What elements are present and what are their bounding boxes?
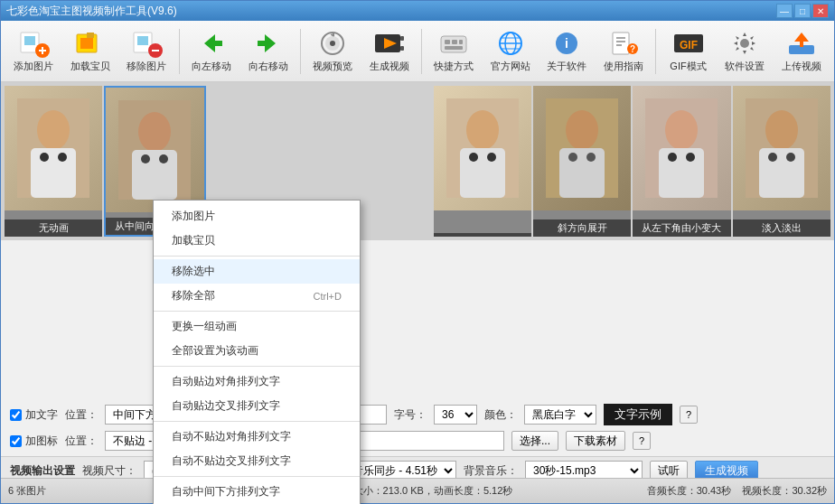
ctx-auto-noborder-diagonal[interactable]: 自动不贴边对角排列文字 [154,425,360,449]
toolbar-official-site[interactable]: 官方网站 [483,25,539,78]
ctx-auto-center-bottom[interactable]: 自动中间下方排列文字 [154,480,360,504]
add-text-label: 加文字 [25,407,58,423]
ctx-remove-selected[interactable]: 移除选中 [154,259,360,284]
gif-mode-label: GIF模式 [670,60,706,73]
svg-rect-28 [459,40,463,44]
settings-label: 软件设置 [725,60,765,73]
icon-position-label: 位置： [65,434,98,449]
add-icon-checkbox[interactable] [10,435,22,447]
svg-point-75 [765,110,798,150]
toolbar-settings[interactable]: 软件设置 [718,25,773,78]
svg-rect-7 [87,33,94,38]
add-image-icon [17,29,50,58]
remove-icon [130,29,163,58]
toolbar-about[interactable]: i 关于软件 [539,25,595,78]
image-item-5[interactable]: 从左下角由小变大 [633,86,730,237]
add-text-checkbox-label[interactable]: 加文字 [10,407,58,423]
svg-point-73 [686,153,695,162]
minimize-button[interactable]: — [776,4,793,18]
toolbar-shortcut[interactable]: 快捷方式 [427,25,482,78]
svg-rect-71 [659,148,704,198]
svg-rect-1 [24,36,35,45]
website-icon [494,29,527,58]
toolbar-remove-image[interactable]: 移除图片 [119,25,174,78]
image-6-label: 淡入淡出 [733,219,830,237]
official-site-label: 官方网站 [491,60,530,73]
toolbar-generate-video[interactable]: 生成视频 [361,25,417,78]
main-content: 无动画 从中间向左右展开 [1,82,834,484]
window-title: 七彩色淘宝主图视频制作工具(V9.6) [6,4,177,19]
svg-point-65 [566,110,598,150]
choose-icon-button[interactable]: 选择... [511,431,558,451]
move-left-label: 向左移动 [192,60,231,73]
image-item-1[interactable]: 无动画 [5,86,102,237]
svg-rect-11 [152,50,159,51]
font-size-select[interactable]: 242832364048 [434,405,477,425]
svg-point-70 [665,110,698,150]
icon-control-row: 加图标 位置： 不贴边 - 右侧上方左上角右上角左下角右下角 图标： 选择...… [10,431,825,451]
image-item-4[interactable]: 斜方向展开 [533,86,631,237]
status-image-count: 6 张图片 [8,484,46,498]
svg-rect-9 [137,36,148,45]
svg-point-52 [40,153,49,162]
menu-sep-2 [154,311,360,312]
svg-point-67 [568,153,577,162]
add-text-checkbox[interactable] [10,409,22,421]
add-image-label: 添加图片 [14,60,53,73]
toolbar-move-right[interactable]: 向右移动 [240,25,296,78]
image-5-label: 从左下角由小变大 [633,219,730,237]
context-menu: 添加图片 加载宝贝 移除选中 移除全部 Ctrl+D 更换一组动画 全部设置为该… [153,200,361,504]
svg-point-72 [668,153,677,162]
svg-rect-13 [215,41,222,46]
icon-help-button[interactable]: ? [633,432,651,450]
app-window: 七彩色淘宝主图视频制作工具(V9.6) — □ ✕ 添加图片 [0,0,835,504]
text-demo-button[interactable]: 文字示例 [604,404,672,425]
image-item-6[interactable]: 淡入淡出 [733,86,830,237]
toolbar-add-image[interactable]: 添加图片 [6,25,61,78]
image-item-3[interactable] [434,86,531,237]
settings-icon [728,29,761,58]
image-5-preview [633,86,730,210]
svg-point-77 [768,153,777,162]
svg-point-53 [58,153,67,162]
svg-rect-48 [800,42,803,47]
load-icon [74,29,107,58]
toolbar-move-left[interactable]: 向左移动 [184,25,239,78]
toolbar-sep-2 [300,29,301,74]
close-button[interactable]: ✕ [812,4,829,18]
menu-sep-1 [154,256,360,257]
svg-marker-14 [265,34,276,52]
upload-video-label: 上传视频 [782,60,821,73]
svg-rect-4 [42,47,43,54]
toolbar-preview-video[interactable]: 视频预览 [305,25,361,78]
svg-point-57 [141,154,150,163]
svg-text:GIF: GIF [680,39,698,51]
preview-icon [316,29,349,58]
maximize-button[interactable]: □ [794,4,811,18]
ctx-remove-all[interactable]: 移除全部 Ctrl+D [154,284,360,308]
user-guide-label: 使用指南 [604,60,643,73]
image-6-preview [733,86,830,210]
svg-point-45 [740,39,749,48]
svg-rect-27 [452,40,457,44]
toolbar-upload-video[interactable]: 上传视频 [774,25,829,78]
ctx-auto-border-diagonal[interactable]: 自动贴边对角排列文字 [154,369,360,394]
ctx-change-group[interactable]: 更换一组动画 [154,314,360,339]
svg-rect-23 [400,36,404,41]
toolbar-gif-mode[interactable]: GIF GIF模式 [661,25,716,78]
ctx-set-all[interactable]: 全部设置为该动画 [154,339,360,363]
ctx-auto-border-cross[interactable]: 自动贴边交叉排列文字 [154,394,360,418]
toolbar-sep-4 [655,29,656,74]
ctx-add-image[interactable]: 添加图片 [154,204,360,229]
add-icon-checkbox-label[interactable]: 加图标 [10,434,58,449]
download-material-button[interactable]: 下载素材 [566,431,625,451]
ctx-auto-noborder-cross[interactable]: 自动不贴边交叉排列文字 [154,449,360,473]
toolbar-load-treasure[interactable]: 加载宝贝 [63,25,118,78]
toolbar-user-guide[interactable]: ? 使用指南 [596,25,652,78]
svg-point-78 [786,153,795,162]
ctx-load-treasure[interactable]: 加载宝贝 [154,229,360,253]
text-help-button[interactable]: ? [680,406,698,424]
move-right-label: 向右移动 [249,60,288,73]
text-position-label: 位置： [65,407,98,423]
color-select[interactable]: 黑底白字白底黑字红色蓝色 [524,405,596,425]
